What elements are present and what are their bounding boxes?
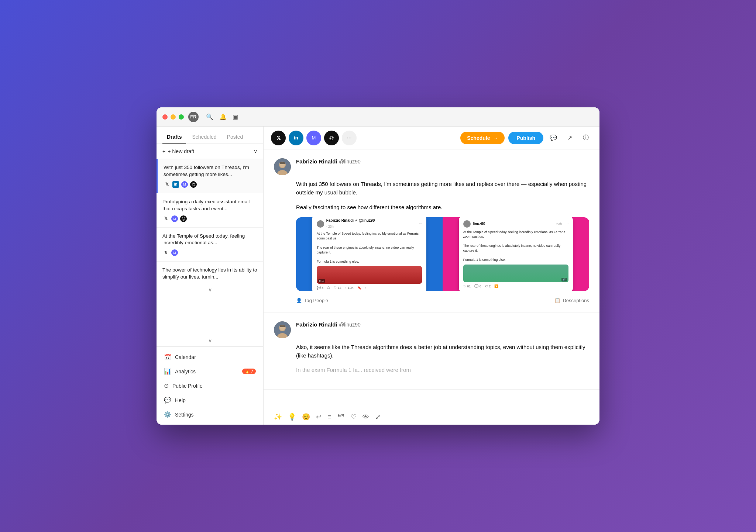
post-feed: Fabrizio Rinaldi @linuz90 With just 350 … <box>264 149 599 409</box>
new-draft-button[interactable]: + + New draft ∨ <box>157 144 263 159</box>
post-body: With just 350 followers on Threads, I'm … <box>274 180 589 303</box>
preview-stats: ♡ 61 💬 6 ↺ 2 🔽 <box>463 284 569 288</box>
draft-text: Prototyping a daily exec assistant email… <box>162 198 257 213</box>
preview-card-text: At the Temple of Speed today, feeling in… <box>463 230 569 262</box>
twitter-preview-pane: Fabrizio Rinaldi ✓ @linuz90 · 23h ··· At… <box>296 217 443 291</box>
eye-icon[interactable]: 👁 <box>362 413 369 421</box>
draft-text: With just 350 followers on Threads, I'm … <box>164 164 257 178</box>
show-more-button[interactable]: ∨ <box>162 284 257 296</box>
sidebar-item-public-profile[interactable]: ⊙ Public Profile <box>157 379 263 393</box>
analytics-badge: 🔥 7 <box>242 369 256 374</box>
quote-icon[interactable]: ❝❞ <box>337 413 345 421</box>
tab-posted[interactable]: Posted <box>223 131 248 144</box>
toolbar: 𝕏 in M @ ··· Schedule → Publish 💬 ↗ <box>264 127 599 149</box>
preview-name: linuz90 <box>473 222 485 226</box>
mastodon-platform-icon: M <box>181 181 188 188</box>
post-author-name: Fabrizio Rinaldi <box>296 158 337 165</box>
threads-platform-icon: @ <box>180 215 187 222</box>
draft-item[interactable]: The power of technology lies in its abil… <box>157 262 263 301</box>
post-header: Fabrizio Rinaldi @linuz90 <box>274 321 589 338</box>
sidebar-item-analytics[interactable]: 📊 Analytics 🔥 7 <box>157 364 263 379</box>
draft-platforms: 𝕏 M <box>162 249 257 256</box>
avatar: FR <box>188 112 199 122</box>
close-button[interactable] <box>162 114 168 120</box>
comment-icon[interactable]: 💬 <box>547 132 560 144</box>
schedule-button[interactable]: Schedule → <box>460 132 505 144</box>
preview-stat: ↑ <box>365 286 367 290</box>
preview-more-icon: ··· <box>419 222 422 226</box>
title-bar-icons: 🔍 🔔 ▣ <box>206 113 238 120</box>
x-platform-icon: 𝕏 <box>162 215 169 222</box>
sidebar-item-settings[interactable]: ⚙️ Settings <box>157 407 263 422</box>
app-window: FR 🔍 🔔 ▣ Drafts Scheduled Posted + + New… <box>157 107 599 425</box>
collapse-button[interactable]: ∨ <box>157 335 263 346</box>
preview-avatar <box>463 220 471 228</box>
mastodon-platform-icon: M <box>171 215 178 222</box>
heart-icon[interactable]: ♡ <box>351 413 357 421</box>
reply-icon[interactable]: ↩ <box>316 413 322 421</box>
preview-stat: 🔖 <box>357 286 361 290</box>
help-label: Help <box>175 397 186 403</box>
sparkle-icon[interactable]: ✨ <box>274 413 282 421</box>
preview-more-icon: ··· <box>566 222 568 226</box>
x-platform-icon: 𝕏 <box>164 181 170 188</box>
more-platforms-button[interactable]: ··· <box>342 131 357 145</box>
minimize-button[interactable] <box>171 114 176 120</box>
settings-icon: ⚙️ <box>164 411 171 418</box>
linkedin-platform-icon: in <box>172 181 179 188</box>
preview-card-text: At the Temple of Speed today, feeling in… <box>317 231 422 264</box>
sidebar-item-help[interactable]: 💬 Help <box>157 393 263 407</box>
draft-item[interactable]: With just 350 followers on Threads, I'm … <box>157 159 263 193</box>
draft-platforms: 𝕏 M @ <box>162 215 257 222</box>
preview-time: · 23h <box>326 225 334 228</box>
threads-platform-button[interactable]: @ <box>324 131 339 145</box>
threads-platform-icon: @ <box>190 181 197 188</box>
notification-icon[interactable]: 🔔 <box>219 113 227 120</box>
preview-stat: 💬 3 <box>317 286 324 290</box>
post-header: Fabrizio Rinaldi @linuz90 <box>274 158 589 175</box>
preview-avatar <box>317 220 324 228</box>
publish-label: Publish <box>516 135 535 141</box>
linkedin-platform-button[interactable]: in <box>289 131 303 145</box>
expand-icon[interactable]: ⤢ <box>375 413 381 421</box>
description-icon: 📋 <box>554 298 560 303</box>
emoji-icon[interactable]: 😊 <box>302 413 310 421</box>
post-author-info: Fabrizio Rinaldi @linuz90 <box>296 321 589 338</box>
idea-icon[interactable]: 💡 <box>288 413 296 421</box>
list-icon[interactable]: ≡ <box>327 413 331 421</box>
layout-icon[interactable]: ▣ <box>233 113 238 120</box>
tag-people-button[interactable]: 👤 Tag People <box>296 298 328 303</box>
post-avatar <box>274 321 291 338</box>
share-icon[interactable]: ↗ <box>563 132 576 144</box>
settings-label: Settings <box>175 412 194 418</box>
svg-rect-4 <box>280 162 285 164</box>
mastodon-platform-button[interactable]: M <box>306 131 321 145</box>
traffic-lights <box>162 114 184 120</box>
draft-item[interactable]: Prototyping a daily exec assistant email… <box>157 193 263 228</box>
person-icon: 👤 <box>296 298 302 303</box>
help-icon: 💬 <box>164 397 171 404</box>
x-platform-icon: 𝕏 <box>162 249 169 256</box>
preview-name: Fabrizio Rinaldi ✓ @linuz90 <box>326 218 375 222</box>
title-bar: FR 🔍 🔔 ▣ <box>157 107 599 127</box>
descriptions-button[interactable]: 📋 Descriptions <box>554 298 589 303</box>
preview-stat: ♡ 14 <box>334 286 341 290</box>
avatar-image <box>274 321 291 338</box>
draft-item[interactable]: At the Temple of Speed today, feeling in… <box>157 228 263 262</box>
fullscreen-button[interactable] <box>179 114 184 120</box>
search-icon[interactable]: 🔍 <box>206 113 213 120</box>
main-layout: Drafts Scheduled Posted + + New draft ∨ … <box>157 127 599 425</box>
publish-button[interactable]: Publish <box>508 132 543 144</box>
tab-scheduled[interactable]: Scheduled <box>188 131 221 144</box>
tab-drafts[interactable]: Drafts <box>162 131 186 144</box>
public-profile-label: Public Profile <box>172 383 203 389</box>
post-author-info: Fabrizio Rinaldi @linuz90 <box>296 158 589 175</box>
preview-stat: ↑ 12K <box>345 286 354 290</box>
info-icon[interactable]: ⓘ <box>580 132 592 144</box>
svg-rect-9 <box>280 325 285 327</box>
sidebar-item-calendar[interactable]: 📅 Calendar <box>157 350 263 364</box>
analytics-label: Analytics <box>175 369 196 374</box>
x-platform-button[interactable]: 𝕏 <box>271 131 286 145</box>
content-area: 𝕏 in M @ ··· Schedule → Publish 💬 ↗ <box>264 127 599 425</box>
post-text-2: Really fascinating to see how different … <box>296 203 589 211</box>
